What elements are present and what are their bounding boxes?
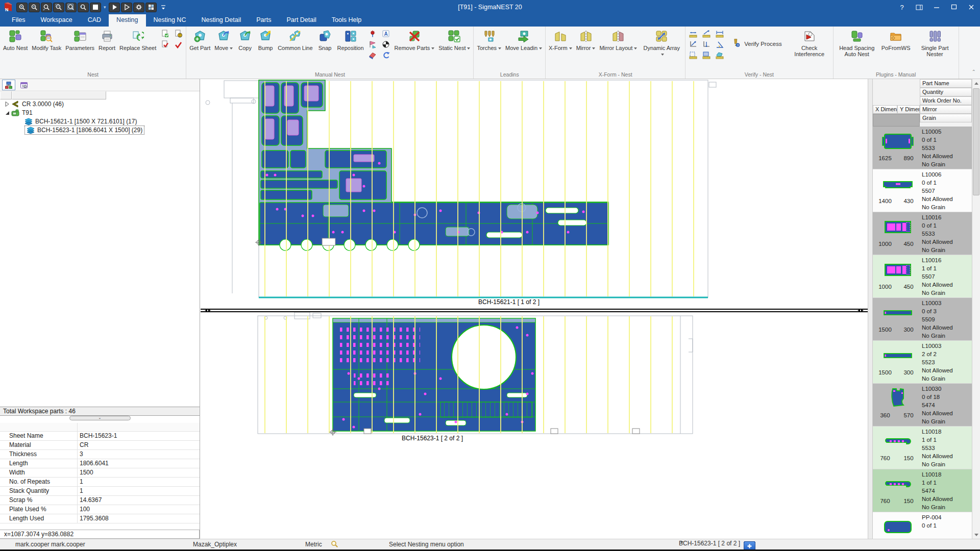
pofromws-button[interactable]: PoFromWS xyxy=(879,27,913,51)
column-header-quantity[interactable]: Quantity xyxy=(920,88,972,96)
tile-windows-icon[interactable] xyxy=(145,3,157,12)
eraser-icon[interactable] xyxy=(367,51,378,60)
part-row-l10030[interactable]: 360570L100300 of 185474Not AllowedNo Gra… xyxy=(873,384,972,427)
modify-task-button[interactable]: Modify Task xyxy=(30,27,63,51)
measure-area-icon[interactable] xyxy=(701,51,712,60)
zoom-out-icon[interactable] xyxy=(29,3,40,12)
tree-item-bch-15621-1[interactable]: BCH-15621-1 [1500 X 721.6101] (17) xyxy=(0,117,200,126)
part-row-l10003[interactable]: 1500300L100032 of 25523Not AllowedNo Gra… xyxy=(873,341,972,384)
accept-check-icon[interactable] xyxy=(173,40,184,49)
property-row-scrap[interactable]: Scrap %14.6367 xyxy=(0,496,200,505)
property-row-sheet-name[interactable]: Sheet NameBCH-15623-1 xyxy=(0,432,200,441)
tree-item-bch-15623-1[interactable]: BCH-15623-1 [1806.6041 X 1500] (29) xyxy=(0,126,200,134)
measure-contour-icon[interactable] xyxy=(714,51,725,60)
single-part-nester-button[interactable]: Single Part Nester xyxy=(913,27,958,57)
mirror-layout-button[interactable]: Mirror Layout xyxy=(597,27,639,51)
remove-parts-button[interactable]: Remove Parts xyxy=(393,27,437,51)
column-header-work-order[interactable]: Work Order No. xyxy=(920,96,972,105)
check-interference-button[interactable]: Check Interference xyxy=(787,27,832,57)
x-form-button[interactable]: X-Form xyxy=(547,27,574,51)
zoom-scale-icon[interactable] xyxy=(41,3,52,12)
close-button[interactable] xyxy=(963,0,980,14)
scroll-up-icon[interactable] xyxy=(973,80,979,87)
scrollbar-thumb[interactable] xyxy=(973,88,979,195)
column-header-mirror[interactable]: Mirror xyxy=(920,105,972,114)
tree-column-header-icon[interactable] xyxy=(0,91,12,99)
dynamic-array-button[interactable]: Dynamic Array xyxy=(639,27,684,57)
expander-icon[interactable] xyxy=(4,110,10,116)
torches-button[interactable]: Torches xyxy=(475,27,503,51)
property-row-length[interactable]: Length1806.6041 xyxy=(0,459,200,468)
nest-page-ok-icon[interactable] xyxy=(159,29,170,38)
property-row-width[interactable]: Width1500 xyxy=(0,468,200,478)
common-line-button[interactable]: Common Line xyxy=(276,27,314,51)
parameters-button[interactable]: Parameters xyxy=(63,27,96,51)
property-row-no-of-repeats[interactable]: No. of Repeats1 xyxy=(0,478,200,487)
tree-column-header-name[interactable] xyxy=(12,91,106,99)
steady-rest-icon[interactable] xyxy=(380,40,391,49)
measure-grid-icon[interactable] xyxy=(688,51,699,60)
label-a-icon[interactable]: A xyxy=(380,29,391,38)
tab-tools-help[interactable]: Tools Help xyxy=(324,14,369,27)
measure-distance-icon[interactable] xyxy=(688,29,699,38)
property-row-plate-used[interactable]: Plate Used %100 xyxy=(0,505,200,514)
head-spacing-auto-nest-button[interactable]: Head Spacing Auto Nest xyxy=(835,27,879,57)
property-row-thickness[interactable]: Thickness3 xyxy=(0,450,200,459)
zoom-in-icon[interactable] xyxy=(16,3,28,12)
parts-list-scrollbar[interactable] xyxy=(972,79,980,539)
rosette-icon[interactable] xyxy=(367,29,378,38)
tab-cad[interactable]: CAD xyxy=(80,14,109,27)
zoom-extents-icon[interactable] xyxy=(65,3,77,12)
view-splitter[interactable] xyxy=(201,309,868,312)
part-row-l10016[interactable]: 1000450L100160 of 15533Not AllowedNo Gra… xyxy=(873,212,972,255)
customize-toolbar-icon[interactable] xyxy=(158,3,169,12)
property-row-stack-quantity[interactable]: Stack Quantity1 xyxy=(0,487,200,496)
column-header-grain[interactable]: Grain xyxy=(920,114,972,122)
tab-workspace[interactable]: Workspace xyxy=(33,14,80,27)
nest-page-hazard-icon[interactable] xyxy=(173,29,184,38)
replace-sheet-button[interactable]: Replace Sheet xyxy=(117,27,158,51)
zoom-previous-icon[interactable] xyxy=(78,3,89,12)
tab-nesting-nc[interactable]: Nesting NC xyxy=(146,14,194,27)
measure-diagonal-icon[interactable] xyxy=(701,29,712,38)
sheet-view-icon[interactable] xyxy=(90,3,101,12)
auto-nest-button[interactable]: Auto Nest xyxy=(1,27,30,51)
measure-angle-icon[interactable] xyxy=(714,40,725,49)
column-header-part-name[interactable]: Part Name xyxy=(920,79,972,88)
status-units[interactable]: Metric xyxy=(305,541,322,548)
minimize-button[interactable] xyxy=(928,0,945,14)
help-button[interactable]: ? xyxy=(893,0,911,14)
tab-nesting[interactable]: Nesting xyxy=(109,14,145,27)
expander-icon[interactable] xyxy=(4,101,10,107)
snap-button[interactable]: Snap xyxy=(315,27,335,51)
status-search-icon[interactable] xyxy=(331,540,338,549)
column-header-y-dimen[interactable]: Y Dimen xyxy=(897,105,920,114)
property-row-length-used[interactable]: Length Used1795.3608 xyxy=(0,514,200,523)
measure-width-icon[interactable] xyxy=(714,29,725,38)
measure-point-icon[interactable] xyxy=(701,40,712,49)
panel-toggle-button[interactable] xyxy=(911,0,928,14)
panel-splitter-handle[interactable]: ⌄ xyxy=(69,416,131,420)
tab-files[interactable]: Files xyxy=(4,14,33,27)
part-row-l10003[interactable]: 1500300L100030 of 35509Not AllowedNo Gra… xyxy=(873,298,972,341)
part-row-l10005[interactable]: 1625890L100050 of 15533Not AllowedNo Gra… xyxy=(873,127,972,169)
workspace-tree-tab[interactable] xyxy=(2,80,15,90)
maximize-button[interactable] xyxy=(945,0,963,14)
simulate-icon[interactable] xyxy=(121,3,132,12)
settings-gear-icon[interactable] xyxy=(133,3,144,12)
nest-view-top[interactable]: BCH-15621-1 [ 1 of 2 ] xyxy=(201,79,868,309)
run-nc-icon[interactable] xyxy=(109,3,120,12)
tree-item-t91[interactable]: T91 xyxy=(0,108,200,117)
measure-axis-icon[interactable] xyxy=(688,40,699,49)
tab-nesting-detail[interactable]: Nesting Detail xyxy=(193,14,249,27)
static-nest-button[interactable]: Static Nest xyxy=(436,27,472,51)
part-row-l10016[interactable]: 1000450L100161 of 15507Not AllowedNo Gra… xyxy=(873,255,972,298)
move-button[interactable]: Move xyxy=(212,27,235,51)
part-row-pp-004[interactable]: PP-0040 of 1 xyxy=(873,512,972,539)
property-row-material[interactable]: MaterialCR xyxy=(0,441,200,450)
bump-button[interactable]: Bump xyxy=(255,27,276,51)
zoom-window-icon[interactable] xyxy=(53,3,64,12)
verify-page-icon[interactable] xyxy=(159,40,170,49)
verify-process-button[interactable]: ?Verify Process xyxy=(731,38,782,49)
status-machine[interactable]: Mazak_Optiplex xyxy=(193,541,237,548)
